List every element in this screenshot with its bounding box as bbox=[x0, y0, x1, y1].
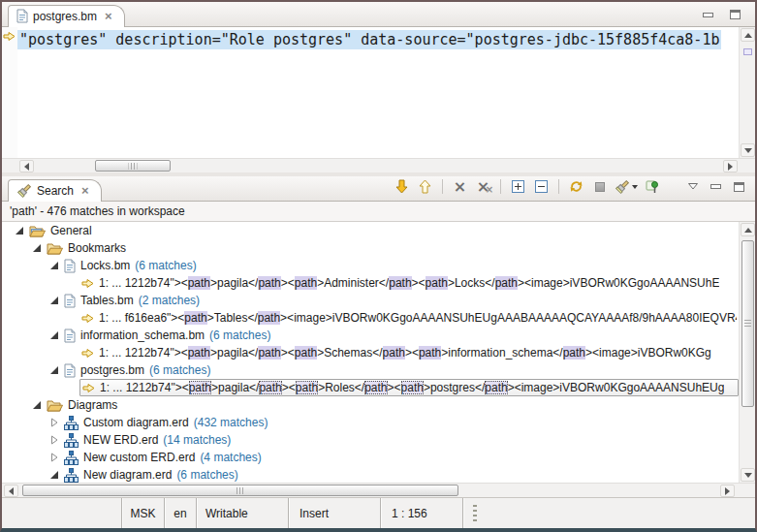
collapse-all-icon[interactable] bbox=[533, 178, 550, 195]
tree-item-general[interactable]: General bbox=[2, 222, 739, 239]
tree-item-new-custom-erd-erd[interactable]: New custom ERD.erd(4 matches) bbox=[2, 449, 739, 466]
scroll-right-icon[interactable] bbox=[723, 160, 738, 172]
expanded-toggle-icon[interactable] bbox=[29, 400, 45, 410]
tree-item-label: Locks.bm bbox=[80, 259, 130, 272]
tree-item-label: NEW ERD.erd bbox=[83, 433, 158, 447]
tab-postgres-bm[interactable]: postgres.bm × bbox=[8, 5, 125, 27]
match-arrow-icon bbox=[81, 313, 94, 324]
editor-pane-controls bbox=[703, 10, 755, 26]
open-folder-blue-icon bbox=[29, 225, 46, 237]
close-icon[interactable]: × bbox=[105, 12, 112, 21]
collapsed-toggle-icon[interactable] bbox=[47, 435, 62, 445]
search-match-row[interactable]: 1: ... 1212b74"><path>pagila</path><path… bbox=[2, 274, 739, 292]
search-results-tree: GeneralBookmarksLocks.bm(6 matches)1: ..… bbox=[2, 222, 739, 483]
view-menu-icon[interactable] bbox=[684, 178, 701, 195]
scrollbar-thumb[interactable] bbox=[95, 160, 171, 172]
remove-all-matches-icon[interactable]: ×× bbox=[475, 178, 491, 195]
collapsed-toggle-icon[interactable] bbox=[47, 418, 62, 427]
run-search-again-icon[interactable] bbox=[568, 178, 584, 195]
close-icon[interactable]: × bbox=[81, 186, 89, 196]
maximize-icon[interactable] bbox=[730, 10, 741, 19]
scrollbar-thumb[interactable] bbox=[741, 240, 754, 407]
search-toolbar: ××× bbox=[394, 178, 755, 201]
search-match-row[interactable]: 1: ... 1212b74"><path>pagila</path><path… bbox=[2, 344, 739, 361]
match-count: (2 matches) bbox=[139, 294, 200, 307]
tree-item-new-erd-erd[interactable]: NEW ERD.erd(14 matches) bbox=[2, 431, 739, 449]
match-arrow-icon bbox=[82, 383, 95, 393]
bm-file-icon bbox=[64, 329, 76, 343]
tree-item-diagrams[interactable]: Diagrams bbox=[2, 396, 739, 414]
minimize-icon[interactable] bbox=[708, 178, 724, 195]
tree-item-tables-bm[interactable]: Tables.bm(2 matches) bbox=[2, 292, 739, 309]
results-vertical-scrollbar[interactable] bbox=[739, 222, 755, 483]
tab-search[interactable]: Search × bbox=[8, 179, 102, 202]
expanded-toggle-icon[interactable] bbox=[47, 470, 62, 480]
match-count: (6 matches) bbox=[149, 363, 210, 377]
tree-item-label: postgres.bm bbox=[80, 363, 144, 377]
match-preview: 1: ... 1212b74"><path>pagila</path><path… bbox=[100, 381, 724, 394]
erd-file-icon bbox=[64, 433, 79, 448]
collapsed-toggle-icon[interactable] bbox=[47, 453, 62, 462]
tree-item-label: New custom ERD.erd bbox=[83, 451, 195, 464]
erd-file-icon bbox=[64, 416, 79, 430]
tree-item-information-schema-bm[interactable]: information_schema.bm(6 matches) bbox=[2, 327, 739, 344]
search-match-row[interactable]: 1: ... 1212b74"><path>pagila</path><path… bbox=[2, 379, 739, 396]
status-blank bbox=[2, 498, 122, 528]
bm-file-icon bbox=[16, 9, 28, 23]
tree-item-bookmarks[interactable]: Bookmarks bbox=[2, 239, 739, 257]
pin-search-view-icon[interactable] bbox=[645, 178, 661, 195]
match-preview: 1: ... 1212b74"><path>pagila</path><path… bbox=[99, 346, 711, 360]
match-count: (4 matches) bbox=[200, 451, 261, 464]
minimize-icon[interactable] bbox=[703, 13, 713, 17]
previous-match-icon[interactable] bbox=[417, 178, 433, 195]
bm-file-icon bbox=[64, 259, 76, 273]
scroll-right-icon[interactable] bbox=[720, 485, 735, 497]
search-summary: 'path' - 476 matches in workspace bbox=[2, 202, 755, 222]
tree-item-label: information_schema.bm bbox=[80, 329, 205, 342]
scroll-up-icon[interactable] bbox=[741, 223, 755, 236]
status-keyboard-layout: MSK bbox=[122, 498, 165, 528]
status-writable: Writable bbox=[197, 498, 289, 528]
tree-item-postgres-bm[interactable]: postgres.bm(6 matches) bbox=[2, 361, 739, 379]
editor-body[interactable]: "postgres" description="Role postgres" d… bbox=[2, 27, 755, 158]
tree-item-locks-bm[interactable]: Locks.bm(6 matches) bbox=[2, 257, 739, 274]
scroll-left-icon[interactable] bbox=[19, 160, 34, 172]
open-folder-icon bbox=[47, 399, 63, 412]
maximize-icon[interactable] bbox=[731, 178, 747, 195]
search-history-icon[interactable] bbox=[615, 178, 638, 195]
scroll-up-icon[interactable] bbox=[741, 28, 755, 42]
status-grip bbox=[473, 505, 477, 521]
scroll-down-icon[interactable] bbox=[741, 143, 755, 157]
open-folder-icon bbox=[47, 242, 63, 255]
editor-text-area[interactable]: "postgres" description="Role postgres" d… bbox=[17, 27, 755, 158]
expanded-toggle-icon[interactable] bbox=[47, 330, 62, 340]
expanded-toggle-icon[interactable] bbox=[29, 243, 45, 253]
expanded-toggle-icon[interactable] bbox=[12, 226, 27, 235]
next-match-icon[interactable] bbox=[394, 178, 410, 195]
expand-all-icon[interactable] bbox=[510, 178, 526, 195]
scroll-left-icon[interactable] bbox=[4, 485, 18, 497]
tree-item-custom-diagram-erd[interactable]: Custom diagram.erd(432 matches) bbox=[2, 414, 739, 431]
remove-selected-matches-icon[interactable]: × bbox=[452, 178, 468, 195]
toolbar-separator bbox=[500, 179, 501, 194]
tree-item-label: Tables.bm bbox=[80, 294, 134, 307]
results-horizontal-scrollbar[interactable] bbox=[2, 483, 755, 497]
tree-item-label: Bookmarks bbox=[68, 241, 126, 255]
scroll-down-icon[interactable] bbox=[741, 468, 755, 482]
expanded-toggle-icon[interactable] bbox=[47, 296, 62, 305]
status-language: en bbox=[165, 498, 197, 528]
expanded-toggle-icon[interactable] bbox=[47, 365, 62, 375]
cancel-search-icon[interactable] bbox=[591, 178, 608, 195]
scrollbar-thumb[interactable] bbox=[22, 485, 458, 496]
tree-item-new-diagram-erd[interactable]: New diagram.erd(6 matches) bbox=[2, 466, 739, 483]
status-insert-mode: Insert bbox=[289, 498, 381, 528]
editor-tabbar: postgres.bm × bbox=[2, 2, 755, 27]
search-match-row[interactable]: 1: ... f616ea6"><path>Tables</path><imag… bbox=[2, 309, 739, 327]
expanded-toggle-icon[interactable] bbox=[47, 261, 62, 270]
editor-horizontal-scrollbar[interactable] bbox=[2, 158, 755, 172]
erd-file-icon bbox=[64, 451, 79, 465]
toolbar-separator bbox=[442, 179, 443, 194]
overview-annotation[interactable] bbox=[743, 48, 752, 55]
bm-file-icon bbox=[64, 363, 76, 378]
editor-vertical-scrollbar[interactable] bbox=[739, 27, 755, 158]
